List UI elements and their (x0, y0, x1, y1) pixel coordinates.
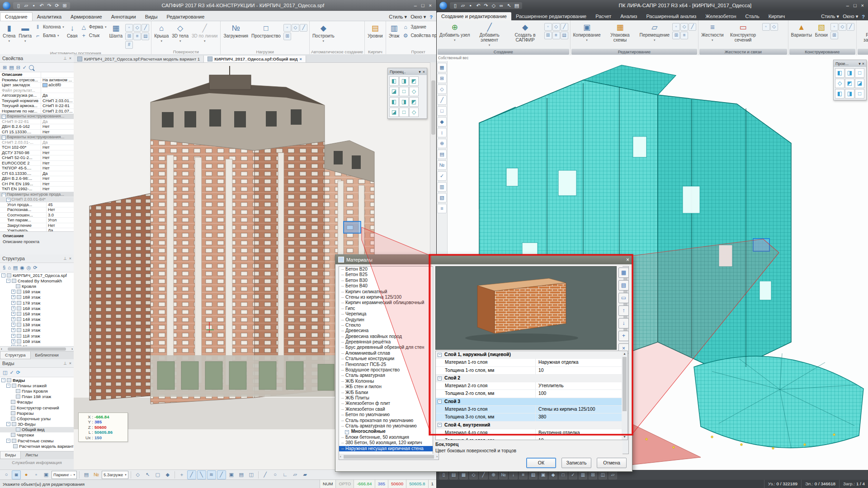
layers-icon[interactable]: ▤ (618, 280, 629, 291)
property-row[interactable]: Учитывать ...Да (0, 228, 74, 232)
home-icon[interactable]: ⌂ (8, 265, 11, 270)
property-value[interactable]: Нет (47, 223, 74, 228)
locate-icon[interactable]: ◉ (20, 265, 24, 271)
view-item-3D-Виды[interactable]: −3D-Виды (0, 422, 74, 427)
move-down-icon[interactable]: ↓ (618, 318, 629, 328)
ribbon-extra-icon[interactable]: ⊞ (544, 32, 552, 39)
export-icon[interactable]: ⟳ (54, 3, 60, 9)
property-row[interactable]: ТКП/ОР 45-5....Нет (0, 166, 74, 171)
layer-property-row[interactable]: Материал 3-го слояСтены из кирпича 125/1… (436, 406, 622, 413)
property-value[interactable]: Да (47, 228, 74, 232)
ribbon-button-Стена[interactable]: ▮Стена▾ (1, 23, 17, 44)
layer-property-value[interactable]: 380 (536, 413, 622, 421)
ribbon-button-Уровни[interactable]: ▤Уровни (366, 23, 384, 39)
ribbon-extra-icon[interactable]: # (125, 41, 133, 49)
collapse-icon[interactable]: − (2, 136, 6, 140)
add-layer-icon[interactable]: + (618, 331, 629, 341)
ribbon-extra-icon[interactable]: ▫ (672, 23, 680, 31)
projection-icon[interactable]: □ (399, 87, 409, 96)
ribbon-extra-icon[interactable]: ⊞ (283, 33, 291, 40)
property-row[interactable]: Текущий нормативСНиП 2.03.01... (0, 99, 74, 104)
expand-icon[interactable]: + (11, 312, 15, 316)
property-value[interactable]: Да (41, 171, 74, 176)
property-value[interactable]: Угол (47, 218, 74, 223)
color-swatch[interactable] (42, 83, 47, 87)
sapfir-tab-Виды[interactable]: Виды (141, 13, 162, 21)
collapse-icon[interactable]: − (6, 384, 10, 388)
ribbon-button-Колонна[interactable]: ‖Колонна▾ (33, 23, 65, 31)
tool-icon[interactable]: ⊞ (437, 74, 447, 83)
expand-icon[interactable]: + (11, 295, 15, 299)
projection-icon[interactable]: □ (399, 108, 409, 117)
collapse-icon[interactable]: − (438, 423, 442, 427)
redo-icon[interactable]: ↷ (483, 3, 489, 9)
minimize-icon[interactable]: – (846, 3, 849, 8)
tool-icon[interactable]: ⊕ (437, 139, 447, 148)
material-item[interactable]: Стекло (339, 323, 433, 328)
toolbar-icon[interactable]: № (499, 471, 508, 479)
layer-group-header[interactable]: −Слой 4, внутренний (436, 422, 622, 429)
layer-property-value[interactable]: 10 (536, 437, 622, 440)
toolbar-icon[interactable]: ╱ (217, 470, 226, 479)
material-item[interactable]: Бетон В40 (339, 283, 433, 289)
projection-icon[interactable]: ◨ (399, 97, 409, 107)
collapse-icon[interactable]: − (6, 439, 10, 443)
ribbon-button-Редактор загружений[interactable]: №Редактор загружений (858, 22, 868, 43)
move-up-icon[interactable]: ↑ (618, 305, 629, 316)
view-item-Чертежи[interactable]: Чертежи (0, 432, 74, 438)
ribbon-extra-icon[interactable]: ≡ (133, 33, 141, 40)
material-item[interactable]: Древесина хвойных пород (339, 334, 433, 339)
property-value[interactable]: Нет (41, 145, 74, 150)
ribbon-button-Балка[interactable]: ⌐Балка▾ (33, 32, 65, 39)
pin-icon[interactable]: ⊥ (63, 256, 67, 261)
material-item[interactable]: Сталь арматурная по умолчанию (339, 423, 433, 429)
toolbar-icon[interactable]: ◇ (133, 470, 142, 479)
window-menu[interactable]: Окно ▾ (843, 14, 858, 19)
view-3d-icon[interactable]: ◇ (491, 3, 497, 9)
material-item[interactable]: 380 Бетон, 50 изоляция, 120 кирпич (339, 440, 433, 446)
lira-tab-Железобетон[interactable]: Железобетон (701, 12, 741, 20)
close-icon[interactable]: × (423, 70, 425, 74)
property-row[interactable]: Режимы отрисов...На активном ... (0, 78, 74, 83)
toolbar-icon[interactable]: ∟ (281, 470, 290, 479)
property-row[interactable]: Файл результат... (0, 88, 74, 94)
ribbon-extra-icon[interactable]: ╱ (300, 24, 307, 32)
layer-property-row[interactable]: Толщина 1-го слоя, мм10 (436, 367, 622, 375)
property-row[interactable]: Соотношен...3.0 (0, 213, 74, 218)
toolbar-icon[interactable]: □ (559, 471, 567, 479)
save-icon[interactable]: ▪ (467, 3, 474, 8)
ribbon-extra-icon[interactable]: ▫ (762, 23, 770, 31)
lira-tab-Сталь[interactable]: Сталь (741, 12, 764, 20)
layer-group-header[interactable]: −Слой 2 (436, 375, 622, 382)
sapfir-tab-Создание[interactable]: Создание (0, 12, 33, 21)
layers-grid-scrollbar[interactable]: ▲ ▼ (622, 351, 628, 440)
collapse-icon[interactable]: − (2, 115, 6, 119)
toolbar-icon[interactable]: ◆ (549, 471, 557, 479)
lira-tab-Кирпич[interactable]: Кирпич (764, 12, 790, 20)
ribbon-button-3D по линии[interactable]: ╱3D по линии▾ (190, 23, 219, 44)
material-group[interactable]: − Многослойные (339, 429, 433, 434)
view-item-Виды[interactable]: −Виды (0, 377, 74, 383)
property-row[interactable]: EUROCODE 2Нет (0, 161, 74, 166)
new-document-icon[interactable]: ▯ (452, 3, 458, 9)
ribbon-extra-icon[interactable]: ╱ (689, 23, 696, 31)
ribbon-button-Добавить узел[interactable]: ⊕Добавить узел▾ (438, 22, 472, 43)
pin-icon[interactable]: ⊥ (63, 361, 67, 366)
toolbar-icon[interactable]: ▱ (291, 470, 300, 479)
view-item-Расчетная модель вариант[interactable]: Расчетная модель вариант (0, 443, 74, 449)
toolbar-icon[interactable]: ✓ (569, 471, 577, 479)
close-icon[interactable]: × (69, 56, 71, 61)
material-item[interactable]: Железобетон свай (339, 407, 433, 412)
toolbar-icon[interactable]: ◫ (247, 470, 256, 479)
ribbon-button-Пространство[interactable]: □Пространство (250, 23, 282, 39)
projection-icon[interactable]: ◧ (835, 89, 844, 99)
material-item[interactable]: Бетон В30 (339, 278, 433, 283)
layer-group-header[interactable]: −Слой 3 (436, 398, 622, 406)
tool-icon[interactable]: ▧ (437, 193, 447, 202)
property-row[interactable]: Автозагрузка ре...Да (0, 93, 74, 99)
property-value[interactable]: 3.0 (47, 213, 74, 218)
collapse-icon[interactable]: − (6, 279, 10, 283)
close-icon[interactable]: × (861, 3, 864, 8)
window-menu[interactable]: Окно ▾ (410, 14, 426, 20)
material-item[interactable]: Алюминиевый сплав (339, 351, 433, 356)
